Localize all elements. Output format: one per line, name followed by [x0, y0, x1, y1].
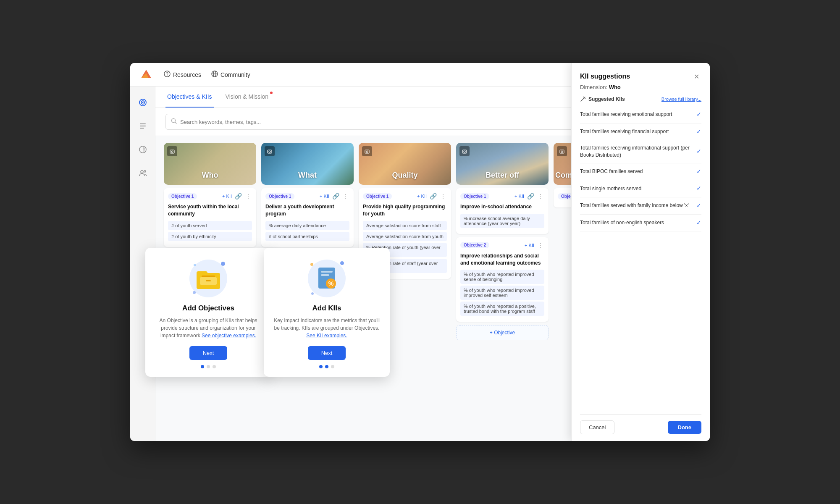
- main-content: Objectives & KIIs Vision & Mission: [155, 87, 710, 441]
- column-betteroff: Better off Objective 1 + KII 🔗 ⋮ Improve…: [456, 143, 549, 434]
- nav-resources[interactable]: ? Resources: [164, 71, 201, 79]
- quality-more-icon[interactable]: ⋮: [439, 192, 447, 200]
- quality-add-kii-btn[interactable]: + KII: [417, 194, 427, 199]
- svg-point-16: [141, 171, 143, 173]
- betteroff-objective-2-card: Objective 2 + KII ⋮ Improve relationship…: [456, 237, 549, 322]
- betteroff-obj2-add-kii-btn[interactable]: + KII: [525, 243, 534, 248]
- column-community: Community Contribution Objective 1 + KII…: [554, 143, 646, 434]
- who-link-icon[interactable]: 🔗: [234, 192, 242, 200]
- who-kii-2: # of youth by ethnicity: [168, 232, 252, 241]
- what-objective-1-card: Objective 1 + KII 🔗 ⋮ Deliver a youth de…: [261, 188, 354, 247]
- globe-icon: [211, 71, 218, 79]
- community-more-icon[interactable]: ⋮: [634, 192, 642, 200]
- column-quality: Quality Objective 1 + KII 🔗 ⋮ Provide hi…: [359, 143, 451, 434]
- quality-kii-4: % Retention rate of staff (year over yea…: [363, 259, 447, 273]
- betteroff-obj1-badge: Objective 1: [460, 193, 489, 200]
- what-more-icon[interactable]: ⋮: [342, 192, 349, 200]
- svg-point-17: [144, 171, 146, 172]
- community-label: Community: [220, 71, 250, 78]
- betteroff-obj2-more-icon[interactable]: ⋮: [537, 242, 544, 249]
- betteroff-obj2-title: Improve relationships and social and emo…: [460, 252, 544, 267]
- svg-rect-12: [140, 123, 146, 124]
- svg-point-20: [674, 119, 675, 120]
- betteroff-add-objective-btn[interactable]: + Objective: [456, 325, 549, 340]
- sidebar-icon-chart[interactable]: [135, 142, 150, 157]
- betteroff-kii-2: % of youth who reported improved sense o…: [460, 270, 544, 284]
- who-add-kii-btn[interactable]: + KII: [222, 194, 232, 199]
- betteroff-link-icon[interactable]: 🔗: [527, 192, 534, 200]
- who-more-icon[interactable]: ⋮: [244, 192, 252, 200]
- notification-bell-icon[interactable]: [648, 68, 661, 81]
- collapse-all-button[interactable]: Collapse all ⌃: [623, 119, 658, 125]
- resources-label: Resources: [173, 71, 201, 78]
- betteroff-objective-1-card: Objective 1 + KII 🔗 ⋮ Improve in-school …: [456, 188, 549, 234]
- search-bar[interactable]: [165, 114, 618, 130]
- top-nav: ? Resources Community: [130, 63, 710, 87]
- sidebar-icon-people[interactable]: [135, 165, 150, 181]
- svg-line-23: [672, 120, 674, 121]
- community-obj1-badge: Objective 1: [558, 193, 587, 200]
- sidebar: [130, 87, 155, 441]
- tabs-bar: Objectives & KIIs Vision & Mission: [155, 87, 710, 108]
- what-title: What: [298, 171, 317, 180]
- who-kii-1: # of youth served: [168, 221, 252, 230]
- share-icon: [670, 118, 676, 126]
- community-objective-1-card: Objective 1 + KII ⋮: [554, 188, 646, 207]
- betteroff-kii-3: % of youth who reported improved improve…: [460, 286, 544, 300]
- nav-community[interactable]: Community: [211, 71, 250, 79]
- sidebar-icon-objectives[interactable]: [135, 95, 150, 110]
- svg-point-11: [142, 102, 143, 103]
- share-button[interactable]: Share: [663, 115, 700, 129]
- quality-kii-1: Average satisfaction score from staff: [363, 221, 447, 230]
- community-title: Community Contribution: [555, 171, 644, 180]
- svg-text:?: ?: [166, 72, 168, 76]
- quality-kii-2: Average satisfaction score from youth: [363, 232, 447, 241]
- svg-rect-14: [140, 128, 144, 129]
- quality-title: Quality: [392, 171, 417, 180]
- search-icon: [171, 118, 177, 126]
- column-quality-header: Quality: [359, 143, 451, 185]
- betteroff-kii-1: % increase school average daily attendan…: [460, 214, 544, 228]
- betteroff-add-kii-btn[interactable]: + KII: [514, 194, 524, 199]
- tab-notification-dot: [270, 92, 273, 94]
- what-add-kii-btn[interactable]: + KII: [320, 194, 329, 199]
- column-what: What Objective 1 + KII 🔗 ⋮ Deliver a you…: [261, 143, 354, 434]
- svg-line-24: [672, 121, 674, 123]
- sidebar-icon-list[interactable]: [135, 118, 150, 134]
- what-obj1-badge: Objective 1: [265, 193, 294, 200]
- betteroff-obj2-badge: Objective 2: [460, 242, 489, 248]
- column-community-header: Community Contribution: [554, 143, 646, 185]
- community-add-kii-btn[interactable]: + KII: [622, 194, 632, 199]
- content-area: Objectives & KIIs Vision & Mission: [130, 87, 710, 441]
- betteroff-kii-4: % of youth who reported a positive, trus…: [460, 302, 544, 316]
- betteroff-obj1-title: Improve in-school attendance: [460, 203, 544, 210]
- nav-icons: [648, 68, 701, 81]
- svg-rect-13: [140, 126, 146, 126]
- quality-obj1-title: Provide high quality programming for you…: [363, 203, 447, 218]
- svg-point-22: [671, 121, 672, 122]
- column-what-header: What: [261, 143, 354, 185]
- toolbar: Collapse all ⌃ Share: [155, 108, 710, 136]
- who-objective-1-card: Objective 1 + KII 🔗 ⋮ Service youth with…: [164, 188, 256, 247]
- betteroff-more-icon[interactable]: ⋮: [537, 192, 544, 200]
- tab-objectives-kiis[interactable]: Objectives & KIIs: [165, 87, 214, 108]
- logo[interactable]: [139, 66, 154, 83]
- svg-point-21: [674, 123, 675, 124]
- user-avatar[interactable]: [688, 68, 701, 81]
- what-obj1-title: Deliver a youth development program: [265, 203, 349, 218]
- who-title: Who: [202, 171, 218, 180]
- help-circle-icon: ?: [164, 71, 171, 79]
- quality-link-icon[interactable]: 🔗: [429, 192, 437, 200]
- svg-line-19: [175, 122, 177, 124]
- quality-obj1-badge: Objective 1: [363, 193, 392, 200]
- betteroff-title: Better off: [486, 171, 519, 180]
- tab-vision-mission[interactable]: Vision & Mission: [224, 87, 270, 108]
- columns-scroll: Who Objective 1 + KII 🔗 ⋮ Service youth …: [155, 136, 710, 441]
- quality-kii-3: % Retention rate of youth (year over yea…: [363, 243, 447, 257]
- what-kii-1: % average daily attendance: [265, 221, 349, 230]
- settings-gear-icon[interactable]: [668, 68, 681, 81]
- chevron-up-icon: ⌃: [654, 119, 658, 125]
- search-input[interactable]: [180, 119, 612, 125]
- what-link-icon[interactable]: 🔗: [332, 192, 339, 200]
- who-obj1-title: Service youth within the local community: [168, 203, 252, 218]
